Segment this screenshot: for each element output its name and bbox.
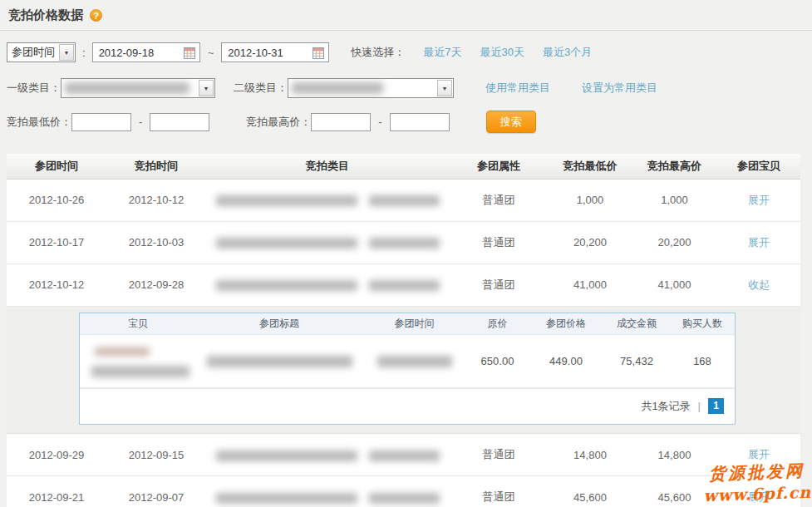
search-button[interactable]: 搜索: [486, 111, 536, 133]
use-common-category-link[interactable]: 使用常用类目: [485, 81, 550, 96]
group-attr-cell: 普通团: [449, 434, 549, 476]
level1-category-label: 一级类目：: [7, 81, 61, 96]
expanded-detail-cell: 宝贝 参团标题 参团时间 原价 参团价格 成交金额 购买人数: [7, 306, 800, 434]
group-attr-cell: 普通团: [449, 179, 549, 221]
col-max-price: 竞拍最高价: [632, 154, 717, 179]
collapse-link[interactable]: 收起: [748, 278, 770, 291]
chevron-down-icon: ▼: [437, 80, 452, 96]
date-range-separator: ~: [208, 47, 214, 59]
blurred-category-text: [369, 450, 440, 461]
quick-link-3months[interactable]: 最近3个月: [543, 45, 592, 60]
auction-time-cell: 2012-09-15: [106, 434, 206, 476]
max-price-cell: 41,000: [632, 263, 717, 306]
date-to-input[interactable]: [222, 47, 305, 59]
join-time-cell: 2012-10-12: [7, 263, 106, 306]
expand-link[interactable]: 展开: [748, 490, 770, 503]
col-min-price: 竞拍最低价: [549, 154, 632, 179]
join-time-cell: 2012-09-29: [7, 434, 106, 476]
min-price-cell: 45,600: [549, 476, 632, 507]
table-row: 2012-09-292012-09-15普通团14,80014,800展开: [7, 434, 800, 476]
filter-row-prices: 竞拍最低价： - 竞拍最高价： - 搜索: [7, 111, 812, 133]
title-cell: [196, 335, 362, 388]
join-time-cell: 2012-10-17: [7, 221, 106, 263]
blurred-time: [377, 356, 452, 367]
col-category: 竞拍类目: [206, 154, 449, 179]
quick-select-label: 快速选择：: [351, 45, 405, 60]
group-attr-cell: 普通团: [449, 221, 549, 263]
group-attr-cell: 普通团: [449, 476, 549, 507]
subcol-original-price: 原价: [466, 313, 529, 335]
level2-category-label: 二级类目：: [234, 81, 288, 96]
category-cell: [206, 263, 449, 306]
max-price-from-input[interactable]: [311, 113, 371, 131]
filter-panel: 参团时间 ▼ : ~ 快速选择： 最近7天 最近30天 最近3个月 一级类目： …: [0, 42, 812, 133]
category-cell: [206, 476, 449, 507]
calendar-icon[interactable]: [312, 47, 324, 62]
join-time-cell: 2012-10-26: [7, 179, 106, 221]
quick-link-30days[interactable]: 最近30天: [480, 45, 524, 60]
group-attr-cell: 普通团: [449, 263, 549, 306]
chevron-down-icon: ▼: [199, 80, 214, 96]
blurred-category-text: [369, 195, 440, 206]
max-price-cell: 45,600: [632, 476, 717, 507]
auction-time-cell: 2012-09-28: [106, 263, 206, 306]
blurred-category-text: [216, 238, 357, 249]
expand-link[interactable]: 展开: [748, 194, 770, 206]
page-title: 竞拍价格数据: [8, 7, 83, 23]
blurred-item-thumb: [95, 347, 150, 356]
min-price-to-input[interactable]: [150, 113, 209, 131]
blurred-category-text: [369, 280, 440, 291]
blurred-category-text: [216, 280, 357, 291]
min-price-cell: 1,000: [549, 179, 632, 221]
category-cell: [206, 434, 449, 476]
action-cell: 展开: [717, 434, 800, 476]
date-from-input[interactable]: [93, 47, 176, 59]
header-divider: [0, 30, 812, 31]
action-cell: 展开: [717, 221, 800, 263]
blurred-category-text: [216, 195, 357, 206]
category-cell: [206, 179, 449, 221]
col-group-attr: 参团属性: [449, 154, 549, 179]
action-cell: 展开: [717, 179, 800, 221]
min-price-from-input[interactable]: [71, 113, 131, 131]
max-price-cell: 20,200: [632, 221, 717, 263]
blurred-category-text: [216, 493, 357, 504]
col-join-time: 参团时间: [7, 154, 106, 179]
filter-row-dates: 参团时间 ▼ : ~ 快速选择： 最近7天 最近30天 最近3个月: [7, 42, 812, 62]
blurred-item-name: [91, 366, 189, 377]
expand-link[interactable]: 展开: [748, 448, 770, 460]
level1-category-select[interactable]: ▼: [61, 78, 215, 98]
expand-link[interactable]: 展开: [748, 236, 770, 249]
date-to-field[interactable]: [221, 42, 329, 62]
help-icon[interactable]: ?: [90, 9, 102, 22]
set-common-category-link[interactable]: 设置为常用类目: [582, 81, 657, 96]
subtable-pagination: 共1条记录 | 1: [80, 388, 735, 424]
blurred-category-value: [65, 82, 189, 94]
blurred-category-text: [216, 450, 357, 461]
expanded-section: 宝贝 参团标题 参团时间 原价 参团价格 成交金额 购买人数: [7, 306, 800, 434]
max-price-to-input[interactable]: [390, 113, 450, 131]
subtable-header: 宝贝 参团标题 参团时间 原价 参团价格 成交金额 购买人数: [80, 313, 735, 335]
price-range-separator: -: [139, 116, 142, 128]
table-rows-top: 2012-10-262012-10-12普通团1,0001,000展开2012-…: [7, 179, 800, 306]
original-price-cell: 650.00: [466, 335, 529, 388]
quick-link-7days[interactable]: 最近7天: [423, 45, 461, 60]
price-range-separator: -: [378, 116, 381, 128]
page-number-button[interactable]: 1: [708, 398, 724, 414]
min-price-cell: 14,800: [549, 434, 632, 476]
calendar-icon[interactable]: [184, 47, 195, 62]
blurred-title: [207, 356, 352, 367]
subcol-item: 宝贝: [80, 313, 196, 335]
deal-amount-cell: 75,432: [603, 335, 670, 388]
date-from-field[interactable]: [92, 42, 200, 62]
time-type-select[interactable]: 参团时间 ▼: [7, 42, 76, 62]
level2-category-select[interactable]: ▼: [288, 78, 454, 98]
group-detail-table: 宝贝 参团标题 参团时间 原价 参团价格 成交金额 购买人数: [80, 313, 735, 389]
time-type-selected-value: 参团时间: [7, 45, 58, 60]
colon-label: :: [82, 47, 86, 59]
table-row: 2012-09-212012-09-07普通团45,60045,600展开: [7, 476, 800, 507]
pagination-separator: |: [698, 400, 701, 412]
max-price-label: 竞拍最高价：: [246, 115, 311, 130]
join-time-cell: [362, 335, 466, 388]
page-header: 竞拍价格数据 ?: [0, 0, 812, 23]
